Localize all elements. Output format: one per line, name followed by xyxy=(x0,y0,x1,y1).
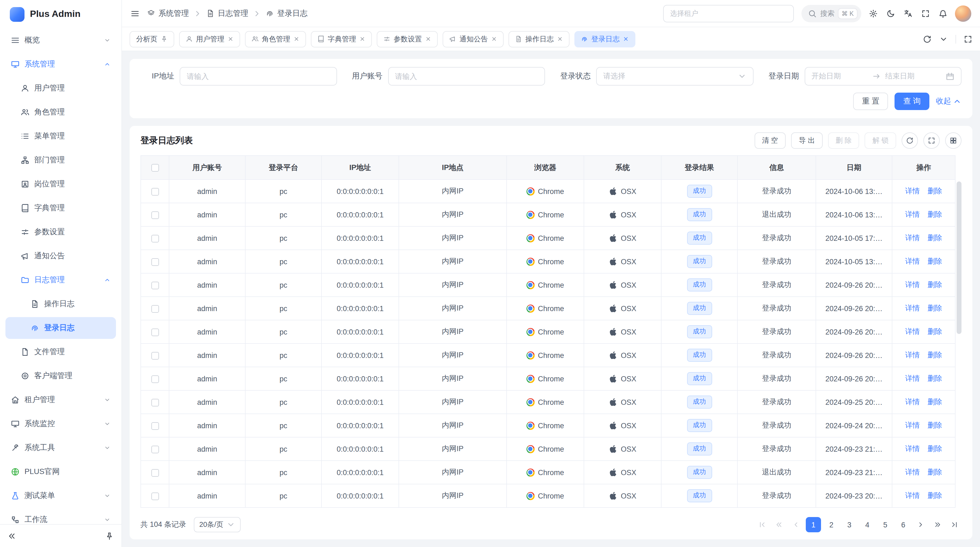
sidebar-item-20[interactable]: 工作流 xyxy=(5,509,116,524)
prev-page-button[interactable] xyxy=(789,518,803,532)
tab-1[interactable]: 用户管理 xyxy=(179,31,240,47)
sidebar-item-4[interactable]: 菜单管理 xyxy=(5,125,116,147)
detail-link[interactable]: 详情 xyxy=(905,467,920,477)
remove-link[interactable]: 删除 xyxy=(928,350,942,360)
sidebar-item-10[interactable]: 日志管理 xyxy=(5,269,116,291)
page-button-4[interactable]: 4 xyxy=(860,517,875,532)
dark-mode-button[interactable] xyxy=(886,9,895,18)
close-icon[interactable] xyxy=(425,36,431,42)
detail-link[interactable]: 详情 xyxy=(905,350,920,360)
row-checkbox[interactable] xyxy=(151,375,159,383)
row-checkbox[interactable] xyxy=(151,422,159,430)
page-size-select[interactable]: 20条/页 xyxy=(194,517,241,532)
sidebar-item-3[interactable]: 角色管理 xyxy=(5,101,116,123)
table-scrollbar[interactable] xyxy=(956,182,961,334)
detail-link[interactable]: 详情 xyxy=(905,421,920,431)
remove-link[interactable]: 删除 xyxy=(928,233,942,243)
sidebar-item-19[interactable]: 测试菜单 xyxy=(5,485,116,507)
remove-link[interactable]: 删除 xyxy=(928,421,942,431)
remove-link[interactable]: 删除 xyxy=(928,280,942,290)
tenant-select-input[interactable] xyxy=(663,5,794,22)
ip-address-input[interactable] xyxy=(180,67,337,86)
sidebar-item-11[interactable]: 操作日志 xyxy=(5,293,116,315)
pin-icon[interactable] xyxy=(161,35,168,43)
page-button-6[interactable]: 6 xyxy=(896,517,911,532)
breadcrumb-item[interactable]: 登录日志 xyxy=(266,8,308,18)
sidebar-item-9[interactable]: 通知公告 xyxy=(5,245,116,267)
avatar[interactable] xyxy=(955,5,971,22)
page-button-2[interactable]: 2 xyxy=(824,517,839,532)
tab-3[interactable]: 字典管理 xyxy=(311,31,372,47)
tab-7[interactable]: 登录日志 xyxy=(574,31,635,47)
collapse-filter-link[interactable]: 收起 xyxy=(936,96,961,106)
tab-6[interactable]: 操作日志 xyxy=(509,31,570,47)
tab-4[interactable]: 参数设置 xyxy=(377,31,438,47)
export-button[interactable]: 导 出 xyxy=(791,132,822,149)
prev-10-button[interactable] xyxy=(772,518,786,532)
user-account-input[interactable] xyxy=(388,67,545,86)
fullscreen-button[interactable] xyxy=(921,9,930,18)
notifications-button[interactable] xyxy=(939,9,947,18)
row-checkbox[interactable] xyxy=(151,469,159,477)
sidebar-item-8[interactable]: 参数设置 xyxy=(5,221,116,243)
row-checkbox[interactable] xyxy=(151,305,159,313)
breadcrumb-item[interactable]: 系统管理 xyxy=(147,8,189,18)
sidebar-item-13[interactable]: 文件管理 xyxy=(5,341,116,363)
sidebar-item-18[interactable]: PLUS官网 xyxy=(5,461,116,483)
row-checkbox[interactable] xyxy=(151,234,159,242)
page-button-1[interactable]: 1 xyxy=(806,517,821,532)
row-checkbox[interactable] xyxy=(151,188,159,195)
unlock-button[interactable]: 解 锁 xyxy=(865,132,896,149)
login-status-select[interactable]: 请选择 xyxy=(596,67,753,86)
content-fullscreen-button[interactable] xyxy=(956,35,972,43)
login-date-range[interactable]: 开始日期 结束日期 xyxy=(804,67,961,86)
row-checkbox[interactable] xyxy=(151,399,159,406)
sidebar-item-2[interactable]: 用户管理 xyxy=(5,77,116,99)
tabs-dropdown-button[interactable] xyxy=(939,35,948,43)
detail-link[interactable]: 详情 xyxy=(905,186,920,196)
sidebar-collapse-button[interactable] xyxy=(8,531,16,540)
close-icon[interactable] xyxy=(491,36,497,42)
detail-link[interactable]: 详情 xyxy=(905,491,920,501)
column-settings-button[interactable] xyxy=(945,132,961,149)
close-icon[interactable] xyxy=(293,36,299,42)
row-checkbox[interactable] xyxy=(151,258,159,266)
sidebar-pin-button[interactable] xyxy=(105,531,114,540)
remove-link[interactable]: 删除 xyxy=(928,210,942,220)
tab-5[interactable]: 通知公告 xyxy=(442,31,504,47)
remove-link[interactable]: 删除 xyxy=(928,374,942,384)
detail-link[interactable]: 详情 xyxy=(905,233,920,243)
settings-button[interactable] xyxy=(869,9,878,18)
next-10-button[interactable] xyxy=(931,518,945,532)
sidebar-item-16[interactable]: 系统监控 xyxy=(5,413,116,435)
hamburger-button[interactable] xyxy=(130,9,139,18)
clear-button[interactable]: 清 空 xyxy=(754,132,786,149)
detail-link[interactable]: 详情 xyxy=(905,397,920,407)
first-page-button[interactable] xyxy=(755,518,769,532)
row-checkbox[interactable] xyxy=(151,445,159,453)
remove-link[interactable]: 删除 xyxy=(928,257,942,266)
detail-link[interactable]: 详情 xyxy=(905,374,920,384)
breadcrumb-item[interactable]: 日志管理 xyxy=(206,8,248,18)
remove-link[interactable]: 删除 xyxy=(928,444,942,454)
page-button-5[interactable]: 5 xyxy=(878,517,893,532)
last-page-button[interactable] xyxy=(947,518,961,532)
tabs-refresh-button[interactable] xyxy=(923,35,932,43)
sidebar-item-0[interactable]: 概览 xyxy=(5,29,116,51)
sidebar-item-12[interactable]: 登录日志 xyxy=(5,317,116,339)
row-checkbox[interactable] xyxy=(151,328,159,336)
delete-button[interactable]: 删 除 xyxy=(828,132,859,149)
detail-link[interactable]: 详情 xyxy=(905,257,920,266)
page-button-3[interactable]: 3 xyxy=(842,517,857,532)
remove-link[interactable]: 删除 xyxy=(928,397,942,407)
remove-link[interactable]: 删除 xyxy=(928,327,942,337)
sidebar-item-5[interactable]: 部门管理 xyxy=(5,149,116,171)
close-icon[interactable] xyxy=(360,36,365,42)
close-icon[interactable] xyxy=(557,36,563,42)
remove-link[interactable]: 删除 xyxy=(928,467,942,477)
tab-2[interactable]: 角色管理 xyxy=(245,31,306,47)
detail-link[interactable]: 详情 xyxy=(905,280,920,290)
row-checkbox[interactable] xyxy=(151,352,159,359)
sidebar-item-14[interactable]: 客户端管理 xyxy=(5,365,116,387)
close-icon[interactable] xyxy=(228,36,234,42)
